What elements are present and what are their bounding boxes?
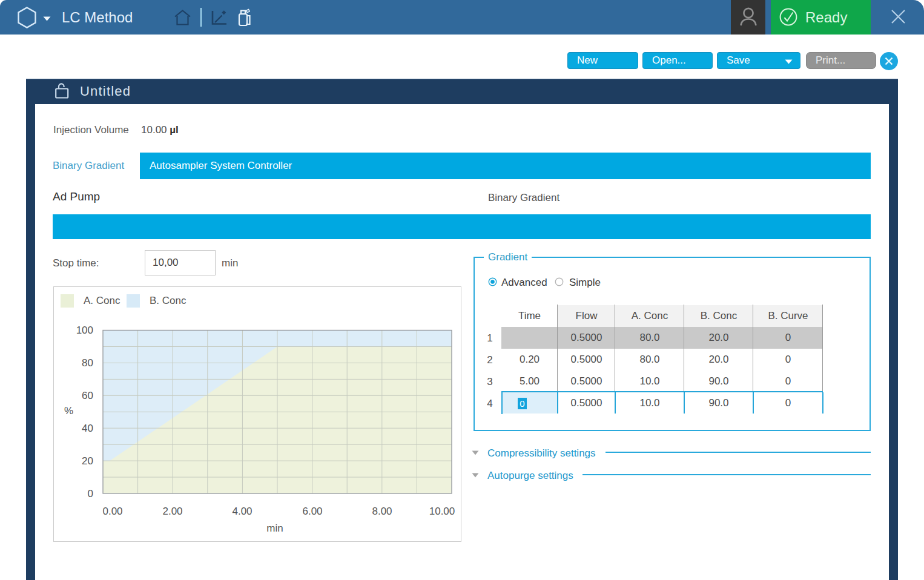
svg-text:4.00: 4.00 [232, 506, 252, 517]
svg-text:2.00: 2.00 [162, 506, 182, 517]
svg-text:100: 100 [76, 325, 93, 336]
svg-text:10.00: 10.00 [429, 506, 455, 517]
svg-text:0: 0 [88, 488, 93, 499]
svg-text:80: 80 [82, 357, 93, 369]
svg-text:60: 60 [82, 390, 93, 401]
svg-text:40: 40 [82, 423, 93, 434]
svg-text:0.00: 0.00 [102, 506, 122, 517]
svg-text:20: 20 [82, 455, 93, 467]
svg-text:B. Conc: B. Conc [150, 295, 186, 306]
svg-text:min: min [266, 522, 283, 534]
svg-text:6.00: 6.00 [302, 506, 322, 517]
svg-text:%: % [64, 405, 73, 417]
svg-text:A. Conc: A. Conc [84, 295, 120, 306]
svg-text:8.00: 8.00 [372, 506, 392, 517]
